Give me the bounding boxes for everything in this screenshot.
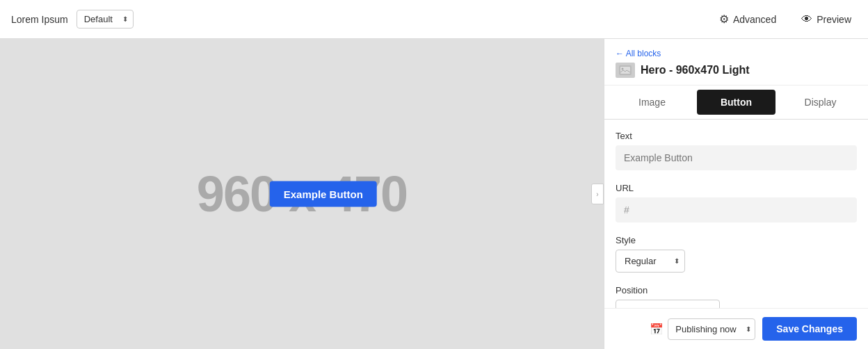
panel-title-row: Hero - 960x470 Light <box>616 63 857 78</box>
panel-footer: 📅 Publishing now Schedule ⬍ Save Changes <box>604 308 868 349</box>
url-label: URL <box>616 183 857 193</box>
toolbar-left: Lorem Ipsum Default Mobile Tablet ⬍ <box>11 10 714 29</box>
tab-image[interactable]: Image <box>613 90 691 115</box>
right-panel: ← All blocks Hero - 960x470 Light Image … <box>604 39 868 349</box>
preview-button[interactable]: 👁 Preview <box>796 10 857 29</box>
preview-label: Preview <box>817 14 851 25</box>
style-label: Style <box>616 235 857 245</box>
text-field-group: Text <box>616 131 857 170</box>
advanced-label: Advanced <box>733 14 776 25</box>
panel-title: Hero - 960x470 Light <box>641 64 750 76</box>
default-select[interactable]: Default Mobile Tablet <box>77 10 134 29</box>
style-field-group: Style Regular Outline Ghost ⬍ <box>616 235 857 273</box>
position-select[interactable]: Middle, Center Middle, Left Middle, Righ… <box>616 300 720 308</box>
position-label: Position <box>616 285 857 295</box>
example-button[interactable]: Example Button <box>270 181 377 207</box>
publishing-group: 📅 Publishing now Schedule ⬍ <box>650 318 755 340</box>
all-blocks-label: ← All blocks <box>616 49 661 58</box>
advanced-button[interactable]: ⚙ Advanced <box>714 10 782 29</box>
toolbar-right: ⚙ Advanced 👁 Preview <box>714 10 857 29</box>
eye-icon: 👁 <box>801 13 812 26</box>
main-layout: 960 x 470 Example Button › ← All blocks … <box>0 39 868 349</box>
canvas-placeholder: 960 x 470 Example Button <box>0 39 604 349</box>
calendar-icon: 📅 <box>650 323 664 336</box>
tab-button[interactable]: Button <box>697 90 775 115</box>
panel-header: ← All blocks Hero - 960x470 Light <box>604 39 868 86</box>
gear-icon: ⚙ <box>719 13 729 26</box>
svg-rect-1 <box>620 67 630 74</box>
svg-point-2 <box>622 68 624 70</box>
save-changes-button[interactable]: Save Changes <box>762 317 857 341</box>
position-field-group: Position Middle, Center Middle, Left Mid… <box>616 285 857 308</box>
url-input[interactable] <box>616 197 857 222</box>
scroll-indicator: › <box>591 184 604 204</box>
panel-content: Text URL Style Regular Outline Ghost ⬍ <box>604 120 868 308</box>
style-select[interactable]: Regular Outline Ghost <box>616 250 685 273</box>
text-input[interactable] <box>616 145 857 170</box>
text-label: Text <box>616 131 857 141</box>
publishing-select[interactable]: Publishing now Schedule <box>668 318 755 340</box>
panel-tabs: Image Button Display <box>604 86 868 120</box>
tab-display[interactable]: Display <box>781 90 860 115</box>
default-select-wrapper[interactable]: Default Mobile Tablet ⬍ <box>77 10 134 29</box>
url-field-group: URL <box>616 183 857 222</box>
all-blocks-link[interactable]: ← All blocks <box>616 49 661 58</box>
panel-image-icon <box>616 63 635 78</box>
canvas-area: 960 x 470 Example Button › <box>0 39 604 349</box>
position-select-wrapper[interactable]: Middle, Center Middle, Left Middle, Righ… <box>616 300 720 308</box>
brand-name: Lorem Ipsum <box>11 14 68 25</box>
publishing-select-wrapper[interactable]: Publishing now Schedule ⬍ <box>668 318 755 340</box>
toolbar: Lorem Ipsum Default Mobile Tablet ⬍ ⚙ Ad… <box>0 0 868 39</box>
style-select-wrapper[interactable]: Regular Outline Ghost ⬍ <box>616 250 685 273</box>
